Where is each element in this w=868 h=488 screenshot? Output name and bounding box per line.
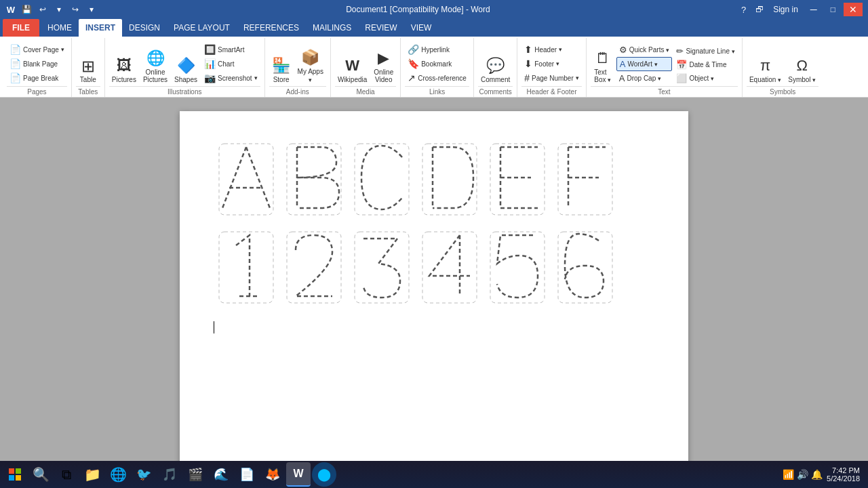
cover-page-button[interactable]: 📄 Cover Page▾: [7, 43, 67, 56]
my-apps-icon: 📦: [301, 49, 319, 66]
title-left: W 💾 ↩ ▾ ↪ ▾: [5, 3, 99, 16]
svg-rect-10: [490, 232, 545, 303]
comments-group-label: Comments: [478, 86, 513, 97]
table-button[interactable]: ⊞ Table: [76, 57, 100, 85]
network-icon[interactable]: 📶: [783, 469, 794, 480]
shapes-button[interactable]: 🔷 Shapes: [172, 56, 200, 85]
chrome-button[interactable]: 🌐: [106, 462, 130, 485]
opera-button[interactable]: 🌊: [209, 462, 233, 485]
taskbar-clock[interactable]: 7:42 PM 5/24/2018: [827, 466, 865, 483]
document-area[interactable]: [0, 98, 868, 466]
smartart-button[interactable]: 🔲 SmartArt: [201, 43, 260, 56]
links-col: 🔗 Hyperlink 🔖 Bookmark ↗ Cross-reference: [405, 43, 469, 85]
blank-page-icon: 📄: [9, 58, 21, 69]
cross-reference-button[interactable]: ↗ Cross-reference: [405, 71, 469, 85]
tab-home[interactable]: HOME: [41, 19, 79, 37]
start-button[interactable]: [3, 462, 27, 485]
header-button[interactable]: ⬆ Header▾: [521, 43, 582, 56]
page-number-button[interactable]: # Page Number▾: [521, 71, 582, 85]
date-time-button[interactable]: 📅 Date & Time: [673, 58, 738, 71]
undo-dropdown-button[interactable]: ▾: [52, 3, 66, 16]
ribbon-group-pages: 📄 Cover Page▾ 📄 Blank Page 📄 Page Break …: [3, 38, 72, 97]
comment-button[interactable]: 💬 Comment: [478, 56, 513, 85]
chart-button[interactable]: 📊 Chart: [201, 57, 260, 70]
number-3-svg: [351, 228, 412, 306]
tab-mailings[interactable]: MAILINGS: [306, 19, 358, 37]
ribbon-group-links: 🔗 Hyperlink 🔖 Bookmark ↗ Cross-reference…: [401, 38, 474, 97]
ribbon-group-tables: ⊞ Table Tables: [72, 38, 105, 97]
app3-button[interactable]: 🐦: [132, 462, 156, 485]
tab-file[interactable]: FILE: [3, 19, 39, 37]
drop-cap-button[interactable]: A Drop Cap▾: [616, 72, 673, 85]
footer-button[interactable]: ⬇ Footer▾: [521, 57, 582, 70]
ribbon-group-symbols: π Equation ▾ Ω Symbol ▾ Symbols: [743, 38, 823, 97]
ribbon-group-comments: 💬 Comment Comments: [474, 38, 517, 97]
trace-letter-E: [485, 138, 549, 220]
online-video-button[interactable]: ▶ OnlineVideo: [371, 48, 396, 85]
wikipedia-button[interactable]: W Wikipedia: [335, 56, 370, 85]
hyperlink-button[interactable]: 🔗 Hyperlink: [405, 43, 469, 56]
header-footer-col: ⬆ Header▾ ⬇ Footer▾ # Page Number▾: [521, 43, 582, 85]
acrobat-button[interactable]: 📄: [235, 462, 259, 485]
title-bar: W 💾 ↩ ▾ ↪ ▾ Document1 [Compatibility Mod…: [0, 0, 868, 19]
wordart-button[interactable]: A WordArt▾: [616, 57, 673, 71]
volume-icon[interactable]: 🔊: [797, 469, 808, 480]
online-pictures-button[interactable]: 🌐 OnlinePictures: [140, 48, 170, 85]
minimize-button[interactable]: ─: [805, 3, 823, 16]
ribbon: 📄 Cover Page▾ 📄 Blank Page 📄 Page Break …: [0, 37, 868, 98]
links-group-label: Links: [405, 86, 469, 97]
store-button[interactable]: 🏪 Store: [269, 56, 294, 85]
notification-icon[interactable]: 🔔: [811, 469, 823, 480]
sign-in-button[interactable]: Sign in: [769, 5, 802, 14]
text-box-button[interactable]: 🗒 TextBox ▾: [591, 48, 615, 85]
trace-number-1: [214, 226, 278, 308]
file-explorer-button[interactable]: 📁: [80, 462, 104, 485]
undo-qat-button[interactable]: ↩: [35, 3, 50, 16]
pages-group-label: Pages: [7, 86, 67, 97]
svg-rect-9: [422, 232, 477, 303]
restore-button[interactable]: □: [825, 3, 841, 16]
date-time-icon: 📅: [676, 60, 687, 70]
page-break-button[interactable]: 📄 Page Break: [7, 71, 67, 85]
header-footer-group-label: Header & Footer: [521, 86, 582, 97]
text-group-label: Text: [591, 86, 738, 97]
text-box-icon: 🗒: [595, 49, 610, 67]
svg-rect-2: [355, 144, 409, 215]
customize-qat-button[interactable]: ▾: [84, 3, 99, 16]
symbol-button[interactable]: Ω Symbol ▾: [785, 56, 818, 85]
task-view-button[interactable]: ⧉: [54, 462, 79, 485]
signature-line-button[interactable]: ✏ Signature Line▾: [673, 45, 738, 58]
number-6-svg: [555, 228, 616, 306]
bookmark-button[interactable]: 🔖 Bookmark: [405, 57, 469, 70]
equation-button[interactable]: π Equation ▾: [747, 56, 784, 85]
pictures-button[interactable]: 🖼 Pictures: [109, 56, 139, 85]
tab-page-layout[interactable]: PAGE LAYOUT: [167, 19, 237, 37]
word-taskbar-button[interactable]: W: [286, 462, 311, 485]
filmora-button[interactable]: 🎬: [183, 462, 208, 485]
number-5-svg: [487, 228, 548, 306]
save-qat-button[interactable]: 💾: [19, 3, 34, 16]
quick-parts-button[interactable]: ⚙ Quick Parts▾: [616, 43, 673, 56]
online-pictures-icon: 🌐: [146, 49, 165, 67]
firefox-button[interactable]: 🦊: [260, 462, 285, 485]
screenshot-button[interactable]: 📷 Screenshot▾: [201, 71, 260, 85]
document-page[interactable]: [180, 111, 688, 466]
tab-review[interactable]: REVIEW: [358, 19, 403, 37]
letter-D-svg: [419, 140, 480, 218]
object-button[interactable]: ⬜ Object▾: [673, 72, 738, 85]
close-button[interactable]: ✕: [844, 3, 863, 16]
taskbar-search-button[interactable]: 🔍: [28, 462, 53, 485]
redo-qat-button[interactable]: ↪: [68, 3, 83, 16]
ribbon-display-options-button[interactable]: 🗗: [753, 3, 766, 16]
my-apps-button[interactable]: 📦 My Apps▾: [295, 47, 326, 85]
vlc-button[interactable]: 🎵: [157, 462, 182, 485]
blank-page-button[interactable]: 📄 Blank Page: [7, 57, 67, 70]
tab-design[interactable]: DESIGN: [122, 19, 167, 37]
pictures-icon: 🖼: [117, 57, 132, 75]
tab-view[interactable]: VIEW: [404, 19, 439, 37]
tab-insert[interactable]: INSERT: [79, 19, 122, 37]
illustrations-buttons: 🖼 Pictures 🌐 OnlinePictures 🔷 Shapes 🔲 S…: [109, 39, 260, 86]
camtasia-button[interactable]: ⬤: [312, 462, 336, 485]
help-button[interactable]: ?: [737, 3, 750, 16]
tab-references[interactable]: REFERENCES: [237, 19, 306, 37]
